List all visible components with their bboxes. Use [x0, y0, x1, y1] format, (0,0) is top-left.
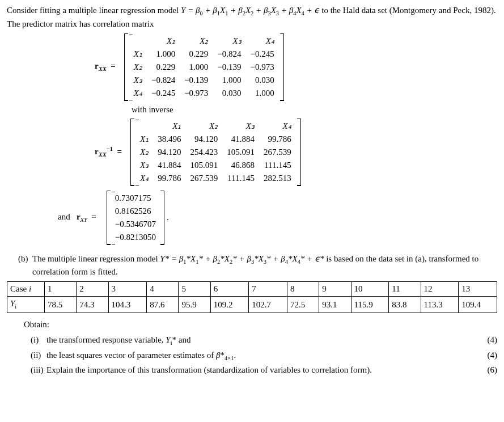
rxy-section: and rXY = 0.7307175 0.8162526 −0.5346707…: [58, 191, 497, 245]
rxy-vector: 0.7307175 0.8162526 −0.5346707 −0.821305…: [107, 191, 164, 245]
rxy-label: and rXY =: [58, 211, 96, 225]
rxx-matrix: X₁X₂X₃X₄ X₁1.0000.229−0.824−0.245 X₂0.22…: [124, 33, 284, 101]
part-b: (b) The multiple linear regression model…: [18, 253, 486, 278]
item-iii-marks: (6): [488, 364, 498, 376]
table-data-row: Yi 78.574.3104.387.695.9109.2102.772.593…: [7, 297, 497, 313]
transformed-model-eq: Y* = β1*X1* + β2*X2* + β3*X3* + β4*X4* +…: [160, 254, 324, 263]
case-i-label: Case i: [10, 284, 31, 293]
rxxinv-matrix-section: rXX−1 = X₁X₂X₃X₄ X₁38.49694.12041.88499.…: [95, 119, 497, 186]
item-i: (i) the transformed response variable, Y…: [31, 334, 497, 348]
item-ii-marks: (4): [488, 349, 498, 363]
item-ii-text: the least squares vector of parameter es…: [46, 349, 236, 363]
obtain-label: Obtain:: [24, 319, 497, 331]
item-i-text: the transformed response variable, Yi* a…: [46, 334, 191, 348]
intro-part1: Consider fitting a multiple linear regre…: [7, 6, 181, 15]
rxxinv-matrix: X₁X₂X₃X₄ X₁38.49694.12041.88499.786 X₂94…: [130, 119, 301, 186]
item-i-marks: (4): [488, 334, 498, 348]
item-ii: (ii) the least squares vector of paramet…: [31, 349, 497, 363]
table-header-row: Case i 12345678910111213: [7, 282, 497, 297]
rxxinv-label: rXX−1 =: [95, 145, 122, 159]
rxx-matrix-section: rXX = X₁X₂X₃X₄ X₁1.0000.229−0.824−0.245 …: [95, 33, 497, 101]
item-iii-text: Explain the importance of this transform…: [46, 364, 372, 376]
model-equation: Y = β0 + β1X1 + β2X2 + β3X3 + β4X4 + ϵ: [181, 6, 319, 15]
question-items: (i) the transformed response variable, Y…: [31, 334, 497, 376]
yi-label: Yi: [10, 299, 16, 308]
col-header: X₁: [147, 35, 180, 48]
item-iii: (iii) Explain the importance of this tra…: [31, 364, 497, 376]
intro-text: Consider fitting a multiple linear regre…: [7, 5, 497, 30]
part-b-content: The multiple linear regression model Y* …: [32, 253, 486, 278]
data-table: Case i 12345678910111213 Yi 78.574.3104.…: [7, 281, 497, 313]
rxx-label: rXX =: [95, 60, 116, 74]
with-inverse-label: with inverse: [132, 104, 497, 116]
part-b-marker: (b): [18, 253, 32, 278]
